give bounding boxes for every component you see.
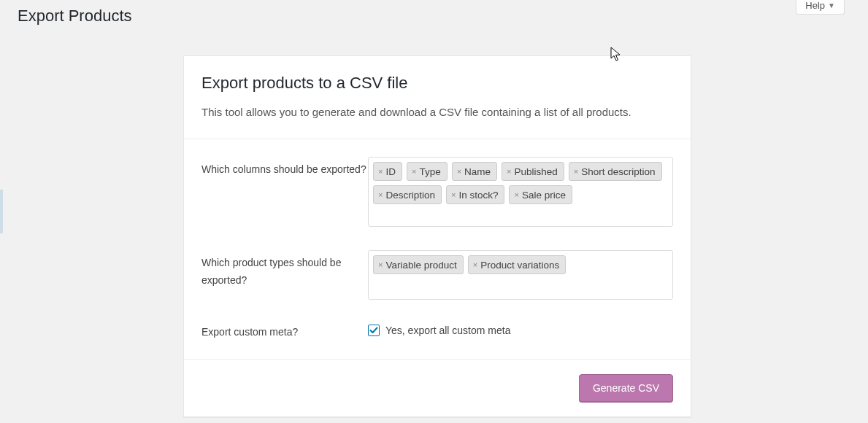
remove-tag-icon[interactable]: × xyxy=(451,191,456,199)
column-tag-label: Published xyxy=(515,166,558,177)
type-tag: ×Variable product xyxy=(373,255,464,274)
card-footer: Generate CSV xyxy=(184,360,691,416)
column-tag: ×Name xyxy=(452,162,497,181)
column-tag-label: Sale price xyxy=(522,190,566,201)
remove-tag-icon[interactable]: × xyxy=(574,168,578,176)
remove-tag-icon[interactable]: × xyxy=(412,168,416,176)
types-select[interactable]: ×Variable product×Product variations xyxy=(368,250,673,300)
columns-select[interactable]: ×ID×Type×Name×Published×Short descriptio… xyxy=(368,157,673,227)
columns-label: Which columns should be exported? xyxy=(201,157,368,179)
export-card: Export products to a CSV file This tool … xyxy=(183,55,691,417)
remove-tag-icon[interactable]: × xyxy=(507,168,511,176)
column-tag-label: Short description xyxy=(581,166,655,177)
type-tag-label: Variable product xyxy=(385,260,456,271)
remove-tag-icon[interactable]: × xyxy=(473,261,477,269)
type-tag: ×Product variations xyxy=(468,255,566,274)
card-header: Export products to a CSV file This tool … xyxy=(184,56,691,139)
meta-checkbox[interactable] xyxy=(368,325,380,336)
page-title: Export Products xyxy=(18,6,132,27)
meta-label: Export custom meta? xyxy=(201,323,368,341)
column-tag: ×Description xyxy=(373,185,442,204)
meta-checkbox-label: Yes, export all custom meta xyxy=(385,325,510,336)
row-columns: Which columns should be exported? ×ID×Ty… xyxy=(201,157,673,227)
column-tag: ×Type xyxy=(407,162,448,181)
column-tag-label: Type xyxy=(419,166,440,177)
generate-csv-button[interactable]: Generate CSV xyxy=(579,374,673,402)
page-header: Export Products Help ▼ xyxy=(0,0,868,27)
column-tag-label: ID xyxy=(385,166,396,177)
column-tag: ×Published xyxy=(502,162,564,181)
row-types: Which product types should be exported? … xyxy=(201,250,673,300)
column-tag: ×Short description xyxy=(569,162,662,181)
column-tag: ×Sale price xyxy=(509,185,572,204)
admin-sidebar-edge xyxy=(0,190,3,233)
help-label: Help xyxy=(805,0,825,11)
remove-tag-icon[interactable]: × xyxy=(378,191,383,199)
help-tab[interactable]: Help ▼ xyxy=(796,0,845,15)
row-meta: Export custom meta? Yes, export all cust… xyxy=(201,323,673,341)
types-label: Which product types should be exported? xyxy=(201,250,368,290)
remove-tag-icon[interactable]: × xyxy=(378,261,383,269)
check-icon xyxy=(369,326,378,335)
chevron-down-icon: ▼ xyxy=(828,1,835,9)
column-tag-label: Name xyxy=(464,166,491,177)
card-title: Export products to a CSV file xyxy=(201,74,673,93)
column-tag-label: Description xyxy=(385,190,435,201)
remove-tag-icon[interactable]: × xyxy=(378,168,383,176)
column-tag: ×ID xyxy=(373,162,402,181)
column-tag-label: In stock? xyxy=(458,190,498,201)
remove-tag-icon[interactable]: × xyxy=(514,191,518,199)
form-section: Which columns should be exported? ×ID×Ty… xyxy=(184,139,691,360)
card-description: This tool allows you to generate and dow… xyxy=(201,104,673,120)
remove-tag-icon[interactable]: × xyxy=(457,168,461,176)
column-tag: ×In stock? xyxy=(446,185,504,204)
type-tag-label: Product variations xyxy=(480,260,559,271)
